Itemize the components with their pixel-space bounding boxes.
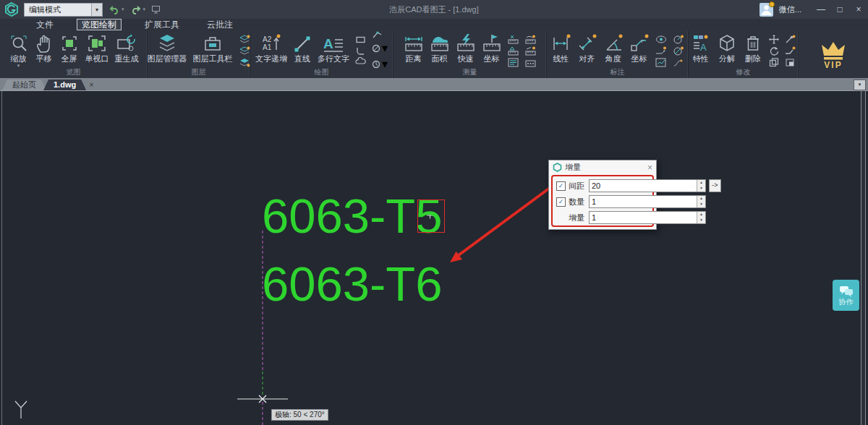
measure-arc-button[interactable] bbox=[525, 35, 537, 44]
dim-style-button[interactable] bbox=[655, 35, 667, 44]
layer-manager-button[interactable]: 图层管理器 bbox=[145, 32, 190, 64]
collaborate-button[interactable]: 协作 bbox=[833, 280, 859, 311]
mode-dropdown[interactable]: 编辑模式 ▾ bbox=[24, 3, 103, 17]
dialog-close-icon[interactable]: × bbox=[647, 161, 652, 174]
mode-dropdown-value: 编辑模式 bbox=[25, 4, 91, 16]
polyline-tool-button[interactable] bbox=[372, 30, 388, 39]
undo-button[interactable]: ▾ bbox=[109, 4, 124, 14]
vip-button[interactable]: VIP bbox=[799, 30, 868, 78]
increment-dialog-titlebar[interactable]: 增量 × bbox=[549, 160, 656, 174]
wipeout-button[interactable] bbox=[785, 58, 796, 67]
dim-linear-button[interactable]: 线性 bbox=[549, 32, 574, 64]
vertical-scrollbar[interactable] bbox=[861, 91, 866, 425]
move-button[interactable] bbox=[769, 35, 779, 44]
chevron-down-icon[interactable]: ▾ bbox=[122, 7, 124, 12]
pin-button[interactable] bbox=[785, 35, 796, 44]
tab-close-icon[interactable]: × bbox=[86, 80, 96, 90]
arc-tool-button[interactable] bbox=[355, 46, 366, 55]
pan-button[interactable]: 平移 bbox=[33, 32, 56, 64]
chevron-down-icon[interactable]: ▾ bbox=[382, 41, 388, 55]
menu-item-file[interactable]: 文件 bbox=[32, 20, 58, 30]
ribbon-group-view: 缩放 ▾ 平移 全屏 单视口 bbox=[0, 30, 148, 78]
title-bar: 编辑模式 ▾ ▾ ▾ 浩辰CAD看图王 - [1.dwg] 微信... — □ … bbox=[0, 0, 868, 19]
dim-ordinate-button[interactable]: 坐标 bbox=[627, 32, 652, 64]
dim-edit-button[interactable] bbox=[655, 46, 667, 56]
dim-radius-button[interactable] bbox=[673, 35, 684, 44]
ucs-axis-icon bbox=[15, 401, 27, 418]
spin-down-icon[interactable]: ▼ bbox=[697, 186, 705, 192]
measure-quick-button[interactable]: 快速 bbox=[454, 32, 478, 64]
revcloud-tool-button[interactable] bbox=[355, 57, 366, 66]
measure-coordinate-button[interactable]: 坐标 bbox=[480, 32, 504, 64]
spin-up-icon[interactable]: ▲ bbox=[697, 180, 705, 186]
measure-angle-button[interactable] bbox=[508, 35, 519, 44]
single-viewport-button[interactable]: 单视口 bbox=[83, 32, 111, 64]
dim-angle-button[interactable]: 角度 bbox=[601, 32, 626, 64]
wechat-label[interactable]: 微信... bbox=[779, 4, 801, 15]
leader-edit-button[interactable] bbox=[785, 46, 796, 56]
explode-button[interactable]: 分解 bbox=[715, 32, 739, 64]
dim-leader-button[interactable] bbox=[673, 58, 684, 67]
delete-button[interactable]: 删除 bbox=[741, 32, 765, 64]
spacing-spinner[interactable]: ▲▼ bbox=[697, 180, 705, 192]
ribbon-group-label: 测量 bbox=[393, 67, 546, 77]
layout-dropdown-button[interactable]: ▾ bbox=[854, 80, 866, 90]
layer-toolbar-button[interactable]: 图层工具栏 bbox=[191, 32, 235, 64]
layer-state-icon bbox=[239, 35, 250, 44]
quantity-spinner[interactable]: ▲▼ bbox=[697, 196, 705, 207]
quantity-input[interactable] bbox=[590, 196, 697, 207]
circle-tool-button[interactable]: ▾ bbox=[372, 41, 388, 55]
text-increment-button[interactable]: A2A1 文字递增 bbox=[253, 32, 289, 64]
cad-text-bottom[interactable]: 6063-T6 bbox=[262, 259, 443, 309]
chevron-down-icon[interactable]: ▾ bbox=[143, 7, 146, 12]
increment-spinner[interactable]: ▲▼ bbox=[697, 212, 705, 223]
measure-entity-button[interactable] bbox=[508, 46, 519, 56]
redo-button[interactable]: ▾ bbox=[130, 4, 146, 14]
tab-start-page[interactable]: 起始页 bbox=[2, 80, 46, 90]
properties-button[interactable]: A 特性 bbox=[689, 32, 713, 64]
user-avatar[interactable] bbox=[760, 3, 773, 17]
zoom-button[interactable]: 缩放 ▾ bbox=[7, 32, 31, 69]
spin-up-icon[interactable]: ▲ bbox=[697, 196, 705, 202]
plot-preview-button[interactable] bbox=[151, 5, 161, 14]
layer-color-button[interactable] bbox=[239, 58, 250, 67]
dim-chart-button[interactable] bbox=[655, 58, 667, 67]
dim-diameter-button[interactable] bbox=[673, 46, 684, 56]
spin-up-icon[interactable]: ▲ bbox=[697, 212, 705, 218]
layer-on-button[interactable] bbox=[239, 35, 250, 44]
quantity-checkbox[interactable]: ✓ bbox=[556, 197, 566, 207]
regen-button[interactable]: 重生成 bbox=[113, 32, 141, 64]
fullscreen-button[interactable]: 全屏 bbox=[57, 32, 82, 64]
minimize-button[interactable]: — bbox=[812, 0, 830, 19]
dim-aligned-button[interactable]: 对齐 bbox=[575, 32, 600, 64]
copy-button[interactable] bbox=[769, 58, 779, 67]
measure-area-button[interactable]: 面积 bbox=[427, 32, 452, 64]
mtext-button[interactable]: A 多行文字 bbox=[315, 32, 352, 64]
tab-drawing[interactable]: 1.dwg bbox=[43, 80, 86, 90]
increment-input[interactable] bbox=[590, 212, 697, 223]
radius-icon bbox=[673, 35, 684, 44]
pin-icon bbox=[785, 35, 796, 44]
rotate-button[interactable] bbox=[769, 46, 779, 56]
menu-item-cloud-annotation[interactable]: 云批注 bbox=[203, 20, 237, 30]
menu-item-extended-tools[interactable]: 扩展工具 bbox=[140, 20, 184, 30]
spin-down-icon[interactable]: ▼ bbox=[697, 202, 705, 207]
menu-item-view-draw[interactable]: 览图绘制 bbox=[77, 19, 122, 30]
rectangle-tool-button[interactable] bbox=[355, 35, 366, 44]
increment-label: 增量 bbox=[569, 212, 586, 223]
measure-batch-button[interactable] bbox=[525, 58, 537, 67]
line-button[interactable]: 直线 bbox=[291, 32, 314, 64]
measure-distance-button[interactable]: 距离 bbox=[401, 32, 426, 64]
chevron-down-icon[interactable]: ▾ bbox=[91, 4, 102, 16]
measure-list-button[interactable] bbox=[508, 58, 519, 67]
drawing-canvas[interactable]: 6063-T5 6063-T6 极轴: 50 < 270° 协作 增量 × ✓ … bbox=[0, 90, 868, 425]
spin-down-icon[interactable]: ▼ bbox=[697, 218, 705, 223]
maximize-button[interactable]: □ bbox=[830, 0, 849, 19]
spacing-checkbox[interactable]: ✓ bbox=[556, 181, 566, 191]
close-button[interactable]: × bbox=[849, 0, 868, 19]
measure-radius-button[interactable] bbox=[525, 46, 537, 56]
apply-spacing-button[interactable]: -> bbox=[709, 179, 721, 192]
layer-freeze-button[interactable] bbox=[239, 46, 250, 56]
cad-text-top[interactable]: 6063-T5 bbox=[262, 192, 443, 241]
spacing-input[interactable] bbox=[590, 180, 697, 192]
